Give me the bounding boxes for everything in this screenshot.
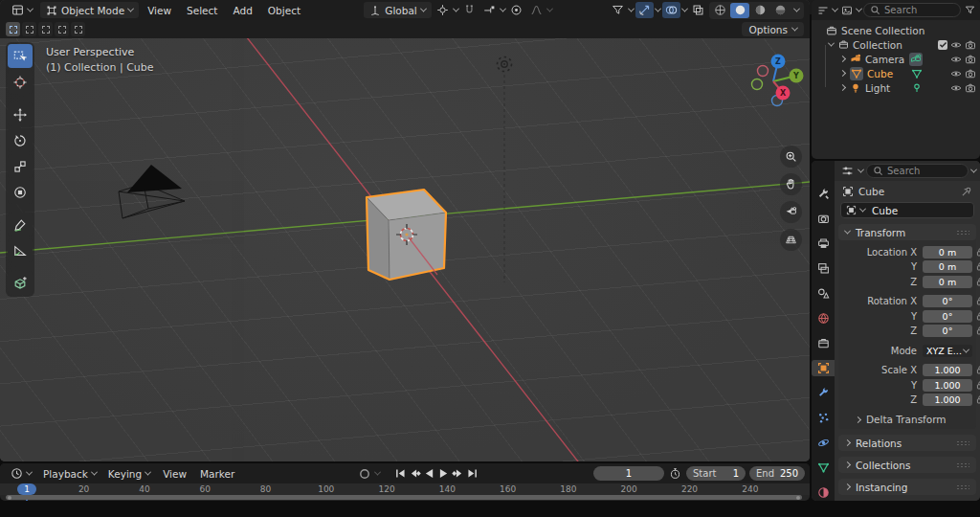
current-frame-field[interactable]: 1 — [593, 466, 664, 481]
lock-icon[interactable] — [972, 380, 980, 391]
select-mode-new-button[interactable] — [6, 22, 20, 36]
axis-neg-y-handle[interactable] — [752, 79, 763, 90]
disable-render-toggle[interactable] — [965, 39, 976, 51]
play-reverse-button[interactable] — [422, 466, 436, 481]
outliner-filter-icon[interactable] — [963, 2, 976, 18]
properties-tab-particles[interactable] — [812, 410, 835, 426]
menu-object[interactable]: Object — [261, 2, 307, 18]
timeline-marker-menu[interactable]: Marker — [193, 465, 241, 482]
collection-checkbox[interactable] — [938, 40, 947, 50]
viewport-canvas[interactable]: User Perspective (1) Collection | Cube Z — [0, 38, 810, 461]
lock-icon[interactable] — [972, 365, 980, 375]
outliner-row-collection[interactable]: Collection — [812, 37, 980, 52]
outliner-search-input[interactable]: Search — [863, 3, 961, 17]
transform-value-field[interactable]: 1.000 — [923, 379, 972, 392]
disable-render-toggle[interactable] — [965, 54, 976, 65]
properties-editor-type-button[interactable] — [838, 163, 856, 179]
transform-value-field[interactable]: 0° — [923, 295, 972, 307]
expander-right-icon[interactable] — [839, 56, 846, 62]
menu-view[interactable]: View — [141, 2, 178, 18]
disable-render-toggle[interactable] — [965, 82, 976, 94]
panel-drag-handle[interactable] — [956, 440, 969, 446]
properties-tab-object-data[interactable] — [812, 460, 835, 476]
pivot-point-button[interactable] — [434, 2, 452, 18]
menu-add[interactable]: Add — [226, 2, 258, 18]
move-tool-button[interactable] — [8, 102, 33, 126]
playhead-badge[interactable]: 1 — [17, 483, 36, 495]
properties-tab-physics[interactable] — [812, 435, 835, 451]
proportional-falloff-button[interactable] — [527, 2, 546, 18]
properties-tab-object[interactable] — [812, 360, 835, 376]
options-button[interactable]: Options — [742, 22, 804, 36]
keying-menu[interactable]: Keying — [102, 465, 156, 482]
panel-drag-handle[interactable] — [956, 462, 969, 468]
properties-tab-world[interactable] — [812, 310, 835, 326]
camera-object[interactable] — [119, 165, 185, 218]
jump-to-end-button[interactable] — [465, 466, 479, 481]
frame-end-field[interactable]: End 250 — [749, 466, 805, 481]
transform-value-field[interactable]: 0 m — [923, 246, 972, 258]
panel-drag-handle[interactable] — [956, 230, 969, 236]
light-object[interactable] — [498, 57, 512, 72]
instancing-panel-header[interactable]: Instancing — [838, 479, 976, 495]
lock-icon[interactable] — [972, 311, 980, 322]
hide-viewport-toggle[interactable] — [950, 39, 962, 51]
object-name-field[interactable]: Cube — [840, 202, 974, 218]
lock-icon[interactable] — [972, 277, 980, 287]
transform-value-field[interactable]: 0 m — [923, 276, 972, 288]
outliner-row-camera[interactable]: Camera — [812, 52, 980, 66]
lock-icon[interactable] — [972, 296, 980, 306]
outliner-display-mode-button[interactable] — [815, 2, 831, 18]
timeline-ruler[interactable]: 1 20406080100120140160180200220240 — [0, 483, 810, 495]
jump-to-start-button[interactable] — [393, 466, 408, 481]
properties-tab-output[interactable] — [812, 236, 835, 252]
preview-range-button[interactable] — [666, 465, 684, 482]
zoom-view-button[interactable] — [780, 146, 802, 168]
orthographic-toggle-button[interactable] — [780, 229, 802, 251]
xray-toggle-button[interactable] — [689, 2, 707, 18]
select-mode-extend-button[interactable] — [22, 22, 36, 36]
snap-target-button[interactable] — [480, 2, 499, 18]
editor-type-button[interactable] — [6, 2, 38, 18]
outliner-row-scene-collection[interactable]: Scene Collection — [812, 23, 980, 37]
menu-select[interactable]: Select — [180, 2, 224, 18]
expander-right-icon[interactable] — [839, 70, 846, 77]
play-button[interactable] — [436, 466, 451, 481]
transform-tool-button[interactable] — [8, 180, 33, 204]
lock-icon[interactable] — [972, 247, 980, 258]
transform-value-field[interactable]: 1.000 — [923, 393, 972, 406]
shading-rendered-button[interactable] — [770, 3, 790, 18]
lock-icon[interactable] — [972, 261, 980, 272]
properties-tab-material[interactable] — [812, 484, 835, 501]
properties-search-input[interactable]: Search — [866, 164, 969, 178]
prev-keyframe-button[interactable] — [408, 466, 422, 481]
shading-material-button[interactable] — [750, 3, 769, 18]
hide-viewport-toggle[interactable] — [950, 54, 962, 65]
outliner-row-light[interactable]: Light — [812, 80, 980, 95]
cursor-tool-button[interactable] — [8, 70, 33, 94]
rotate-tool-button[interactable] — [8, 128, 33, 152]
hide-viewport-toggle[interactable] — [950, 82, 962, 94]
expander-right-icon[interactable] — [839, 84, 846, 91]
navigation-gizmo[interactable]: Z Y X — [743, 46, 804, 113]
camera-view-button[interactable] — [780, 201, 802, 223]
transform-value-field[interactable]: 0 m — [923, 260, 972, 273]
frame-start-field[interactable]: Start 1 — [686, 466, 746, 481]
mode-selector[interactable]: Object Mode — [40, 2, 139, 18]
orientation-selector[interactable]: Global — [364, 2, 432, 18]
select-mode-intersect-button[interactable] — [71, 22, 85, 36]
measure-tool-button[interactable] — [8, 238, 33, 262]
object-visibility-button[interactable] — [609, 2, 627, 18]
outliner-row-cube[interactable]: Cube — [812, 66, 980, 80]
delta-transform-toggle[interactable]: Delta Transform — [838, 409, 976, 429]
annotate-tool-button[interactable] — [8, 213, 33, 236]
next-keyframe-button[interactable] — [451, 466, 465, 481]
transform-value-field[interactable]: 0° — [923, 325, 972, 337]
outliner-filter-mode-button[interactable] — [839, 2, 855, 18]
timeline-editor-type-button[interactable] — [5, 465, 37, 482]
panel-drag-handle[interactable] — [956, 484, 969, 490]
timeline-view-menu[interactable]: View — [156, 465, 193, 482]
shading-wireframe-button[interactable] — [710, 3, 729, 18]
proportional-edit-button[interactable] — [507, 2, 525, 18]
pan-view-button[interactable] — [780, 173, 802, 195]
